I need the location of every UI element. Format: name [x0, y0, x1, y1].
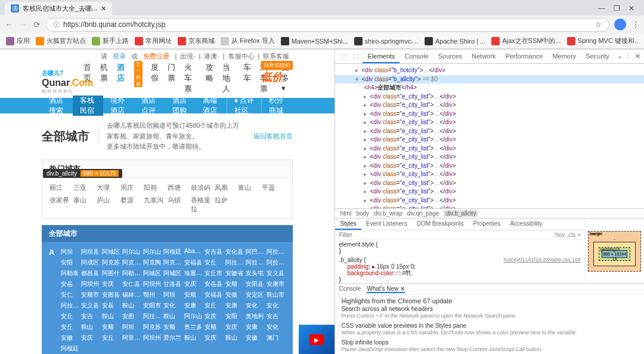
hot-city-link[interactable]: 九寨沟 — [144, 196, 168, 214]
nav-item[interactable]: 当地人 — [222, 62, 235, 94]
city-link[interactable]: 安徽 — [225, 291, 245, 299]
city-link[interactable]: 安徽省 — [225, 269, 245, 278]
breadcrumb-item[interactable]: div.b_allcity — [444, 210, 478, 217]
devtools-tab[interactable]: Memory — [547, 50, 581, 63]
city-link[interactable]: 阿坝 — [61, 248, 80, 256]
city-link[interactable]: 安阳 — [61, 258, 80, 267]
subnav-item[interactable]: ♦ 点评社区 — [227, 96, 262, 116]
nav-item[interactable]: 门票 — [168, 62, 176, 94]
city-link[interactable]: 阿城区 — [143, 269, 163, 278]
city-link[interactable]: 安福县 — [184, 258, 204, 267]
hot-city-link[interactable]: 庐山 — [97, 196, 120, 214]
city-link[interactable]: 安仁 — [61, 291, 80, 299]
city-link[interactable]: 阿巴嘎旗 — [246, 248, 265, 256]
city-link[interactable]: 安吉县 — [205, 248, 224, 256]
city-link[interactable]: 都昌县 — [81, 269, 101, 278]
console-tab[interactable]: What's New ✕ — [367, 285, 405, 293]
window-close-icon[interactable]: ✕ — [628, 4, 634, 13]
city-link[interactable]: 阿克陶 — [143, 258, 163, 267]
city-link[interactable]: 安图县 — [102, 291, 122, 299]
city-link[interactable]: 阿拉善盟 — [143, 312, 163, 321]
address-bar[interactable]: ⓘ https://bnb.qunar.com/hotcity.jsp ☆ — [45, 18, 609, 32]
bookmark-item[interactable]: Ajax之在SSM中的... — [491, 36, 561, 45]
city-link[interactable]: 阿拉善左旗 — [246, 258, 265, 267]
city-link[interactable]: 甘洛县 — [163, 280, 183, 288]
city-link[interactable]: 安徽 — [246, 334, 265, 342]
city-link[interactable]: 阿坝 — [122, 323, 142, 331]
hot-city-link[interactable]: 张家界 — [49, 196, 73, 214]
city-link[interactable]: 阿拉善右旗 — [225, 258, 245, 267]
city-link[interactable]: 安义县 — [81, 301, 101, 310]
city-link[interactable]: 安化 — [246, 301, 265, 310]
devtools-tab[interactable]: Sources — [434, 50, 467, 63]
hot-city-link[interactable]: 三亚 — [73, 183, 97, 192]
hot-city-link[interactable]: 阳朔 — [144, 183, 168, 192]
city-link[interactable]: 安化县 — [225, 248, 245, 256]
apps-button[interactable]: 应用 — [6, 36, 30, 45]
city-link[interactable]: 安康 — [184, 301, 204, 310]
city-link[interactable]: 阿拉善左旗 — [267, 248, 286, 256]
star-icon[interactable]: ☆ — [595, 20, 602, 29]
more-tabs-icon[interactable]: » — [615, 53, 624, 60]
city-link[interactable]: 安丘 — [102, 334, 122, 342]
city-link[interactable]: 阿克陶县 — [163, 258, 183, 267]
elements-tree[interactable]: ▸<div class="b_hotcity">…</div>▾<div cla… — [335, 64, 644, 208]
nav-item[interactable]: 酒店 — [117, 62, 125, 94]
back-link[interactable]: 返回客栈首页 — [253, 132, 293, 141]
city-link[interactable]: 安顺市 — [81, 291, 101, 299]
style-tab[interactable]: Properties — [469, 218, 506, 230]
hot-city-link[interactable]: 凤凰 — [215, 183, 239, 192]
city-link[interactable]: 奥地利 — [246, 312, 265, 321]
city-link[interactable]: 安化 — [267, 301, 286, 310]
city-link[interactable]: 安丘 — [61, 312, 80, 321]
city-link[interactable]: 阿坝州 — [143, 280, 163, 288]
city-link[interactable]: 安丘 — [205, 258, 224, 267]
subnav-item[interactable]: 酒店搜索 — [42, 96, 73, 116]
bookmark-item[interactable]: 火狐官方站点 — [36, 36, 86, 45]
city-link[interactable]: 安庆 — [81, 334, 101, 342]
city-link[interactable]: 奥兰多 — [184, 323, 204, 331]
hov-toggle[interactable]: :hov .cls + — [554, 232, 581, 238]
forward-button[interactable]: → — [19, 20, 27, 29]
browser-menu-icon[interactable]: ⋮ — [632, 20, 639, 29]
city-link[interactable]: 安丘市 — [205, 269, 224, 278]
city-link[interactable]: 阿拉善左旗 — [267, 258, 286, 267]
city-link[interactable]: 阿坝州 — [143, 334, 163, 342]
city-link[interactable]: 安福县 — [205, 291, 224, 299]
hot-city-link[interactable]: 拉萨 — [215, 196, 239, 214]
city-link[interactable]: 阿根廷 — [61, 344, 80, 353]
hot-city-link[interactable]: 平遥 — [262, 183, 286, 192]
city-link[interactable]: 安定区 — [246, 291, 265, 299]
city-link[interactable]: 安阳市 — [143, 301, 163, 310]
city-link[interactable]: 阿克苏市 — [122, 258, 142, 267]
city-link[interactable]: 鞍山 — [225, 334, 245, 342]
devtools-close-icon[interactable]: ✕ — [635, 53, 640, 60]
city-link[interactable]: 阿尔山 — [122, 248, 142, 256]
city-link[interactable]: 阿克苏 — [143, 323, 163, 331]
hot-city-link[interactable]: 鼓浪屿 — [191, 183, 215, 192]
device-icon[interactable]: ⬚ — [351, 53, 361, 60]
city-link[interactable]: 鞍山 — [81, 323, 101, 331]
bookmark-item[interactable]: Maven+SSM+Shi... — [281, 36, 348, 45]
city-link[interactable]: 安康 — [225, 301, 245, 310]
city-link[interactable]: 安阳 — [225, 312, 245, 321]
inspect-icon[interactable]: ⬚ — [339, 53, 349, 60]
city-link[interactable]: 阿坝 — [163, 291, 183, 299]
styles-body[interactable]: element.style {}hotcity01141f18.239a99.c… — [335, 240, 584, 284]
city-link[interactable]: 阿尔山 — [184, 312, 204, 321]
logo[interactable]: 去哪儿? Qunar.Com 聪明你的旅行 — [42, 69, 78, 94]
hot-city-link[interactable]: 黄山 — [238, 183, 262, 192]
city-link[interactable]: 安康 — [246, 323, 265, 331]
city-link[interactable]: 安丘 — [205, 301, 224, 310]
city-link[interactable]: 阿坝县 — [81, 248, 101, 256]
subnav-item[interactable]: 高端酒店 — [196, 96, 227, 116]
city-link[interactable]: 安岳 — [102, 301, 122, 310]
city-link[interactable]: 阿坝州 — [81, 280, 101, 288]
bookmark-item[interactable]: 常用网址 — [135, 36, 172, 45]
nav-item[interactable]: 首页 — [83, 62, 92, 94]
city-link[interactable]: 鞍山 — [184, 334, 204, 342]
city-link[interactable]: 安图 — [122, 312, 142, 321]
nav-item[interactable]: 机票 — [100, 62, 109, 94]
city-link[interactable]: 安吉 — [81, 312, 101, 321]
bookmark-item[interactable]: 新手上路 — [92, 36, 129, 45]
